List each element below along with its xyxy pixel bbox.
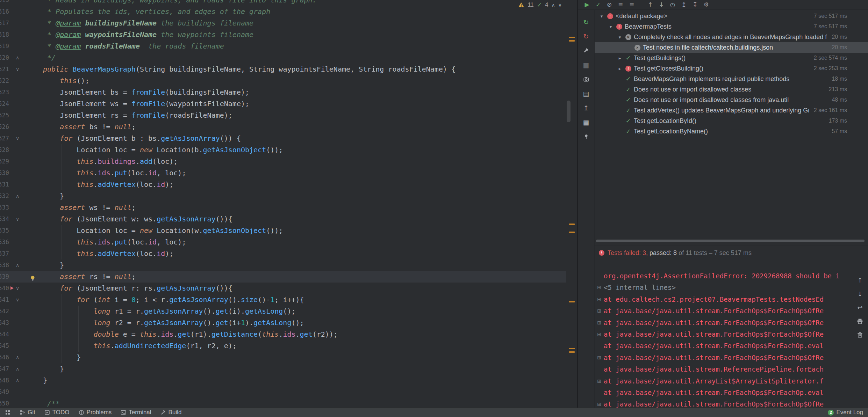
console-fold-icon[interactable]: ⊞ [595,375,604,387]
pin-icon[interactable] [582,132,591,141]
run-icon[interactable]: ▶ [581,1,593,9]
test-tree-row[interactable]: ✓Does not use or import disallowed class… [595,95,868,105]
test-tree-row[interactable]: ✓Test getLocationById()173 ms [595,116,868,126]
code-line[interactable]: 528Location loc = new Location(b.getAsJs… [0,144,577,156]
console-line[interactable]: ⊞at java.base/java.util.stream.ForEachOp… [595,317,852,329]
inspections-widget[interactable]: 11 ✓ 4 ∧ ∨ [515,0,565,9]
code-line[interactable]: 538∧} [0,259,577,271]
passed-check-icon[interactable]: ✓ [537,1,542,8]
intention-bulb-icon[interactable] [29,273,36,280]
print-icon[interactable] [855,317,865,326]
code-line[interactable]: 521∨public BeaverMapsGraph(String buildi… [0,64,577,75]
prev-failed-icon[interactable]: ↑ [645,1,656,9]
console-fold-icon[interactable]: ⊞ [595,294,604,305]
trash-icon[interactable] [855,330,865,339]
fold-marker-icon[interactable]: ∨ [9,64,26,75]
error-stripe[interactable] [566,0,577,408]
code-line[interactable]: 547∧} [0,363,577,375]
warning-stripe-mark[interactable] [569,351,575,353]
coverage-icon[interactable]: ▤ [582,89,591,98]
console-line[interactable]: org.opentest4j.AssertionFailedError: 202… [595,270,852,282]
code-line[interactable]: 543long r2 = r.getAsJsonArray().get(i+1)… [0,317,577,329]
chevron-down-icon[interactable]: ▾ [616,35,624,40]
wrench-icon[interactable] [582,46,591,55]
test-tree-row[interactable]: ▸✓Test getBuildings()2 sec 574 ms [595,53,868,63]
code-line[interactable]: 534∨for (JsonElement w: ws.getAsJsonArra… [0,213,577,225]
history-icon[interactable]: ◷ [667,1,678,9]
fold-marker-icon[interactable]: ∨ [9,133,26,144]
console-line[interactable]: ⊞at edu.caltech.cs2.project07.BeavermapT… [595,294,852,305]
code-line[interactable]: 525JsonElement rs = fromFile(roadsFileNa… [0,110,577,121]
down-icon[interactable]: ↓ [855,290,865,299]
layout-icon[interactable]: ▦ [582,118,591,127]
chevron-down-icon[interactable]: ▾ [607,24,615,29]
console-fold-icon[interactable]: ⊞ [595,352,604,364]
console-line[interactable]: ⊞at java.base/java.util.ArrayList$ArrayL… [595,375,852,387]
chevron-down-icon[interactable]: ▾ [597,14,606,19]
statusbar-todo[interactable]: TODO [44,409,70,416]
test-tree-row[interactable]: ▾!BeavermapTests7 sec 517 ms [595,21,868,32]
fold-marker-icon[interactable]: ∨ [9,294,26,306]
code-line[interactable]: 529this.buildings.add(loc); [0,156,577,167]
softwrap-icon[interactable]: ↩ [855,303,865,312]
test-tree-row[interactable]: ✓Test getLocationByName()57 ms [595,126,868,137]
console-line[interactable]: at java.base/java.util.stream.ForEachOps… [595,340,852,352]
test-tree-row[interactable]: ×Test nodes in file caltech/caltech.buil… [595,42,868,53]
code-line[interactable]: 546∧} [0,352,577,363]
fold-marker-icon[interactable]: ∧ [9,190,26,202]
code-line[interactable]: 548∧} [0,375,577,386]
console-line[interactable]: ⊞at java.base/java.util.stream.ForEachOp… [595,398,852,408]
statusbar-build[interactable]: Build [160,409,182,416]
horizontal-scrollbar[interactable] [596,240,865,242]
test-tree-row[interactable]: ▾×Completely check all nodes and edges i… [595,32,868,42]
rerun-icon[interactable]: ↻ [582,17,591,27]
code-line[interactable]: 515* Reads in buildings, waypoints, and … [0,0,577,6]
code-line[interactable]: 537this.addVertex(loc.id); [0,248,577,259]
console-line[interactable]: ⊞<5 internal lines> [595,282,852,293]
statusbar-problems[interactable]: Problems [79,409,112,416]
code-line[interactable]: 523JsonElement bs = fromFile(buildingsFi… [0,87,577,98]
chevron-right-icon[interactable]: ▸ [616,56,624,61]
code-line[interactable]: 518* @param waypointsFileName the waypoi… [0,29,577,41]
console-fold-icon[interactable]: ⊞ [595,305,604,317]
code-line[interactable]: 530this.ids.put(loc.id, loc); [0,167,577,179]
warning-triangle-icon[interactable] [518,2,524,8]
stop-icon[interactable]: ■ [582,60,591,70]
code-line[interactable]: 549 [0,386,577,398]
settings-gear-icon[interactable]: ⚙ [701,1,712,9]
test-tree-row[interactable]: ✓BeaverMapsGraph implements required pub… [595,74,868,84]
warning-stripe-mark[interactable] [569,348,575,349]
fold-marker-icon[interactable]: ∧ [9,352,26,363]
sort-duration-icon[interactable]: ≡ [626,1,637,9]
fold-marker-icon[interactable]: ∧ [9,375,26,386]
chevron-up-icon[interactable]: ∧ [552,2,555,8]
console-line[interactable]: at java.base/java.util.stream.ForEachOps… [595,387,852,398]
code-line[interactable]: 550/** [0,398,577,408]
export-icon[interactable]: ↥ [678,1,689,9]
test-tree-row[interactable]: ▾!<default package>7 sec 517 ms [595,11,868,21]
camera-icon[interactable] [582,75,591,84]
code-line[interactable]: 516* Populates the ids, vertices, and ed… [0,6,577,17]
code-line[interactable]: 544double e = this.ids.get(r1).getDistan… [0,329,577,340]
console-line[interactable]: ⊞at java.base/java.util.stream.ForEachOp… [595,352,852,364]
code-line[interactable]: 520∧*/ [0,52,577,64]
show-ignored-icon[interactable]: ⊘ [604,1,615,9]
code-line[interactable]: 533assert ws != null; [0,202,577,213]
rerun-failed-icon[interactable]: ↻ [582,32,591,41]
code-line[interactable]: 535Location loc = new Location(w.getAsJs… [0,225,577,236]
code-line[interactable]: 517* @param buildingsFileName the buildi… [0,17,577,29]
code-line[interactable]: 522this(); [0,75,577,87]
code-line[interactable]: 540∨for (JsonElement r: rs.getAsJsonArra… [0,283,577,294]
console-line[interactable]: ⊞at java.base/java.util.stream.ForEachOp… [595,305,852,317]
test-tree[interactable]: ▾!<default package>7 sec 517 ms▾!Beaverm… [595,10,868,246]
export-icon[interactable]: ↥ [582,103,591,112]
editor-scrollbar-thumb[interactable] [567,101,571,122]
statusbar-git[interactable]: Git [20,409,35,416]
code-editor[interactable]: 515* Reads in buildings, waypoints, and … [0,0,577,408]
warning-stripe-mark[interactable] [569,232,575,233]
console-line[interactable]: ⊞at java.base/java.util.stream.ForEachOp… [595,329,852,340]
warning-stripe-mark[interactable] [569,37,575,38]
code-line[interactable]: 536this.ids.put(loc.id, loc); [0,236,577,248]
code-line[interactable]: 519* @param roadsFileName the roads file… [0,41,577,52]
chevron-right-icon[interactable]: ▸ [616,66,624,71]
